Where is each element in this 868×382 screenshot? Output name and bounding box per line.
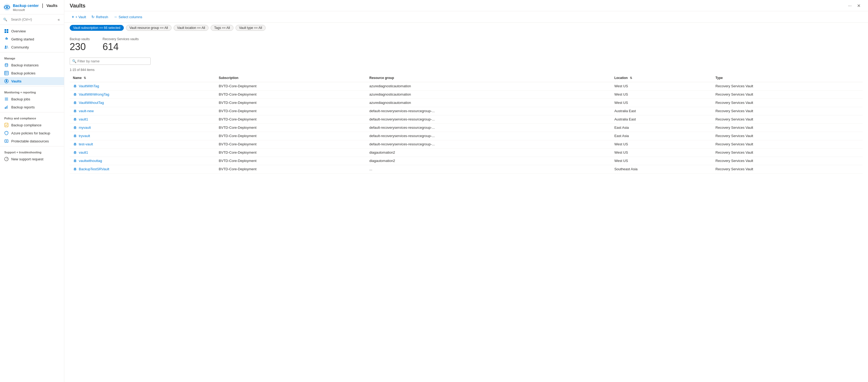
more-options-icon[interactable]: ··· — [848, 3, 851, 8]
table-row: myvault BVTD-Core-Deploymentdefault-reco… — [70, 124, 863, 132]
sidebar-item-overview[interactable]: Overview — [0, 27, 64, 35]
sidebar-item-vaults[interactable]: Vaults — [0, 77, 64, 85]
sidebar-collapse-button[interactable]: « — [57, 17, 61, 22]
vault-row-icon — [73, 159, 77, 163]
col-location[interactable]: Location ⇅ — [611, 74, 712, 82]
refresh-button[interactable]: ↻ Refresh — [89, 13, 111, 20]
vault-resource-group-cell: diagautomation2 — [366, 148, 611, 157]
sidebar-item-backup-jobs[interactable]: Backup jobs — [0, 95, 64, 103]
vault-resource-group-cell: default-recoveryservices-resourcegroup-.… — [366, 124, 611, 132]
filter-tags[interactable]: Tags == All — [211, 25, 234, 31]
page-name: Vaults — [46, 3, 57, 8]
vault-location-cell: West US — [611, 148, 712, 157]
vault-name-link[interactable]: BackupTestSRVault — [79, 167, 109, 171]
section-policy-label: Policy and compliance — [0, 113, 64, 121]
divider — [0, 146, 64, 146]
filter-vault-type[interactable]: Vault type == All — [236, 25, 266, 31]
sidebar-item-backup-instances[interactable]: Backup instances — [0, 61, 64, 69]
col-subscription[interactable]: Subscription — [215, 74, 366, 82]
section-monitoring-label: Monitoring + reporting — [0, 88, 64, 95]
table-row: BackupTestSRVault BVTD-Core-Deployment..… — [70, 165, 863, 173]
app-title-group: Backup center | Vaults Microsoft — [13, 3, 57, 11]
table-row: test-vault BVTD-Core-Deploymentdefault-r… — [70, 140, 863, 148]
col-type[interactable]: Type — [712, 74, 863, 82]
svg-rect-21 — [5, 107, 6, 109]
vault-name-link[interactable]: VaultWithTag — [79, 84, 99, 88]
table-row: VaultWithWrongTag BVTD-Core-Deploymentaz… — [70, 90, 863, 99]
svg-point-30 — [75, 86, 75, 86]
vault-name-link[interactable]: test-vault — [79, 142, 93, 146]
vault-location-cell: West US — [611, 140, 712, 148]
select-columns-icon: → — [114, 15, 117, 19]
sidebar-item-community[interactable]: Community — [0, 43, 64, 51]
sidebar-item-label: Community — [11, 45, 29, 49]
database-icon — [4, 63, 8, 67]
chart-icon — [4, 105, 8, 109]
filter-resource-group[interactable]: Vault resource group == All — [126, 25, 172, 31]
vault-resource-group-cell: azurediagnosticautomation — [366, 99, 611, 107]
sidebar-item-backup-compliance[interactable]: Backup compliance — [0, 121, 64, 129]
vault-subscription-cell: BVTD-Core-Deployment — [215, 157, 366, 165]
rocket-icon — [4, 37, 8, 41]
vault-type-cell: Recovery Services Vault — [712, 124, 863, 132]
close-button[interactable]: ✕ — [855, 2, 863, 9]
vault-resource-group-cell: ... — [366, 165, 611, 173]
vault-subscription-cell: BVTD-Core-Deployment — [215, 124, 366, 132]
table-body: VaultWithTag BVTD-Core-Deploymentazuredi… — [70, 82, 863, 173]
sidebar-item-label: Backup instances — [11, 63, 39, 67]
vault-name-cell: tryvault — [70, 132, 215, 140]
vault-name-cell: VaultWithoutTag — [70, 99, 215, 107]
col-resource-group[interactable]: Resource group — [366, 74, 611, 82]
policy-icon — [4, 131, 8, 135]
vault-row-icon — [73, 126, 77, 130]
filter-location[interactable]: Vault location == All — [174, 25, 209, 31]
svg-point-48 — [75, 160, 75, 161]
vault-name-link[interactable]: tryvault — [79, 134, 90, 138]
vault-name-link[interactable]: vault1 — [79, 150, 88, 154]
sidebar-item-label: Backup policies — [11, 71, 35, 75]
sidebar-item-protectable-datasources[interactable]: Protectable datasources — [0, 137, 64, 145]
stat-backup-vaults: Backup vaults 230 — [70, 37, 90, 52]
vault-subscription-cell: BVTD-Core-Deployment — [215, 82, 366, 90]
sidebar-item-getting-started[interactable]: Getting started — [0, 35, 64, 43]
sidebar-nav: Overview Getting started Community Manag… — [0, 25, 64, 382]
sidebar-search-input[interactable] — [9, 16, 55, 23]
add-vault-button[interactable]: + + Vault — [70, 13, 88, 20]
svg-point-38 — [75, 119, 75, 120]
sidebar-item-label: Backup reports — [11, 105, 35, 109]
filter-subscription[interactable]: Vault subscription == 66 selected — [70, 25, 124, 31]
vault-type-cell: Recovery Services Vault — [712, 90, 863, 99]
vault-type-cell: Recovery Services Vault — [712, 99, 863, 107]
sidebar-item-backup-reports[interactable]: Backup reports — [0, 103, 64, 111]
svg-point-32 — [75, 94, 75, 95]
table-row: vault1 BVTD-Core-Deploymentdiagautomatio… — [70, 148, 863, 157]
svg-point-8 — [5, 46, 6, 47]
select-columns-button[interactable]: → Select columns — [112, 13, 145, 20]
vault-name-cell: myvault — [70, 124, 215, 132]
svg-point-26 — [6, 141, 7, 142]
svg-point-42 — [75, 135, 75, 136]
svg-rect-3 — [5, 29, 6, 31]
filter-by-name-input[interactable] — [70, 58, 150, 65]
section-support-label: Support + troubleshooting — [0, 147, 64, 155]
sidebar-item-azure-policies[interactable]: Azure policies for backup — [0, 129, 64, 137]
stat-label: Backup vaults — [70, 37, 90, 41]
vault-location-cell: Southeast Asia — [611, 165, 712, 173]
vault-location-cell: East Asia — [611, 124, 712, 132]
vault-name-link[interactable]: VaultWithoutTag — [79, 101, 104, 105]
vault-type-cell: Recovery Services Vault — [712, 82, 863, 90]
sidebar-item-new-support-request[interactable]: ? New support request — [0, 155, 64, 163]
col-name[interactable]: Name ⇅ — [70, 74, 215, 82]
vault-name-link[interactable]: vault1 — [79, 117, 88, 121]
vault-name-link[interactable]: myvault — [79, 126, 91, 130]
vault-location-cell: Australia East — [611, 115, 712, 124]
vault-name-link[interactable]: vault-new — [79, 109, 94, 113]
vault-location-cell: West US — [611, 157, 712, 165]
vault-type-cell: Recovery Services Vault — [712, 148, 863, 157]
vault-type-cell: Recovery Services Vault — [712, 157, 863, 165]
svg-point-50 — [75, 169, 75, 169]
vault-name-link[interactable]: vaultwithouttag — [79, 159, 102, 163]
items-count: 1-15 of 844 items — [70, 68, 863, 72]
sidebar-item-backup-policies[interactable]: Backup policies — [0, 69, 64, 77]
vault-name-link[interactable]: VaultWithWrongTag — [79, 92, 109, 96]
